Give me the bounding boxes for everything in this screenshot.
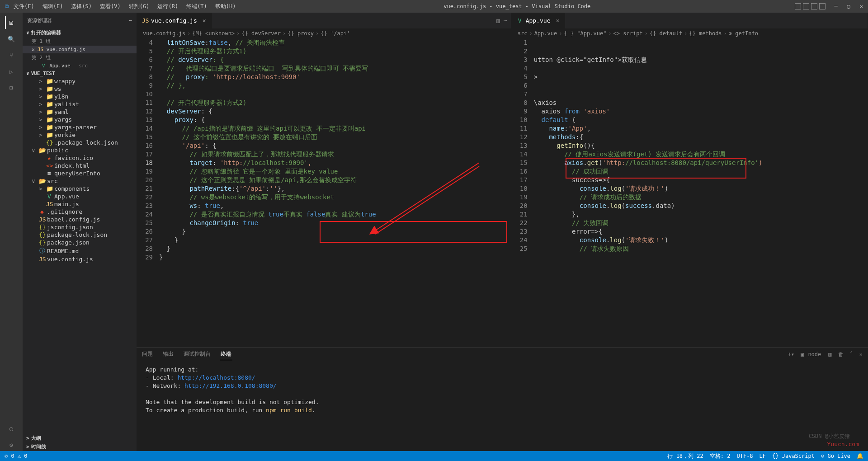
window-controls: ─ ▢ ✕ — [833, 3, 864, 9]
group-2: 第 2 组 — [23, 53, 137, 62]
menu-help[interactable]: 帮助(H) — [212, 2, 240, 11]
status-notifications[interactable]: 🔔 — [857, 453, 863, 459]
tree-item[interactable]: {}.package-lock.json — [23, 139, 137, 146]
menu-file[interactable]: 文件(F) — [10, 2, 38, 11]
sidebar-title: 资源管理器 — [27, 17, 52, 24]
tree-item[interactable]: >📁ws — [23, 85, 137, 93]
tab-app-vue[interactable]: VApp.vue✕ — [511, 13, 566, 28]
panel-tab-problems[interactable]: 问题 — [141, 348, 154, 360]
trash-icon[interactable]: 🗑 — [837, 349, 844, 359]
menu-edit[interactable]: 编辑(E) — [39, 2, 67, 11]
close-icon[interactable]: ✕ — [556, 17, 560, 24]
tree-item[interactable]: >📁y18n — [23, 93, 137, 100]
status-spaces[interactable]: 空格: 2 — [710, 452, 731, 460]
tree-item[interactable]: ∨📂src — [23, 177, 137, 185]
menu-goto[interactable]: 转到(G) — [125, 2, 153, 11]
menu-run[interactable]: 运行(R) — [154, 2, 182, 11]
tree-item[interactable]: ★favicon.ico — [23, 154, 137, 162]
tree-item[interactable]: >📁yaml — [23, 108, 137, 116]
breadcrumb-2[interactable]: src›App.vue›{ } "App.vue"›<> script›{} d… — [511, 28, 868, 38]
title-bar: ⧉ 文件(F) 编辑(E) 选择(S) 查看(V) 转到(G) 运行(R) 终端… — [0, 0, 868, 13]
tree-item[interactable]: {}package.json — [23, 239, 137, 246]
tree-item[interactable]: {}jsconfig.json — [23, 223, 137, 231]
status-encoding[interactable]: UTF-8 — [736, 453, 753, 459]
extensions-icon[interactable]: ⊞ — [5, 81, 18, 94]
close-icon[interactable]: ✕ — [858, 3, 864, 9]
layout-icon[interactable] — [811, 3, 817, 9]
watermark: Yuucn.com — [827, 441, 859, 447]
status-language[interactable]: {} JavaScript — [772, 453, 815, 459]
terminal-output[interactable]: App running at:- Local: http://localhost… — [137, 361, 868, 451]
open-editors-header[interactable]: ∨ 打开的编辑器 — [23, 28, 137, 37]
close-panel-icon[interactable]: ✕ — [859, 349, 863, 359]
split-icon[interactable]: ▥ — [496, 17, 500, 24]
tree-item[interactable]: JSbabel.config.js — [23, 216, 137, 223]
tree-item[interactable]: JSmain.js — [23, 200, 137, 208]
code-area-1[interactable]: lintOnSave:false, // 关闭语法检查 // 开启代理服务器(方… — [159, 38, 493, 347]
vscode-icon: ⧉ — [4, 3, 10, 9]
group-1: 第 1 组 — [23, 37, 137, 46]
more-icon[interactable]: ⋯ — [129, 18, 132, 24]
minimize-icon[interactable]: ─ — [833, 3, 839, 9]
tree-item[interactable]: >📁yorkie — [23, 131, 137, 139]
panel-tab-debug[interactable]: 调试控制台 — [183, 348, 212, 360]
new-terminal-icon[interactable]: +▾ — [787, 349, 795, 359]
editor-group-1: JSvue.config.js✕ ▥⋯ vue.config.js›{M} <u… — [137, 13, 511, 347]
tree-item[interactable]: >📁wrappy — [23, 77, 137, 85]
tree-item[interactable]: ∨📂public — [23, 146, 137, 154]
minimap[interactable] — [493, 38, 511, 347]
menu-terminal[interactable]: 终端(T) — [183, 2, 211, 11]
tree-item[interactable]: >📁yargs-parser — [23, 123, 137, 131]
outline-header[interactable]: > 大纲 — [23, 434, 137, 442]
tree-item[interactable]: >📁yallist — [23, 100, 137, 108]
panel-tab-terminal[interactable]: 终端 — [220, 348, 232, 360]
layout-icon[interactable] — [803, 3, 809, 9]
gear-icon[interactable]: ⚙ — [5, 438, 18, 451]
layout-icon[interactable] — [819, 3, 826, 9]
open-file-2[interactable]: VApp.vue src — [23, 62, 137, 70]
menu-select[interactable]: 选择(S) — [67, 2, 95, 11]
status-golive[interactable]: ⊘ Go Live — [821, 453, 850, 459]
tree-item[interactable]: ◆.gitignore — [23, 208, 137, 216]
code-area-2[interactable]: utton @click="getInfo">获取信息 > \axios axi… — [534, 38, 849, 347]
search-icon[interactable]: 🔍 — [5, 33, 18, 45]
tree-item[interactable]: ≡queryUserInfo — [23, 169, 137, 177]
project-header[interactable]: ∨ VUE_TEST — [23, 70, 137, 77]
tree-item[interactable]: VApp.vue — [23, 193, 137, 200]
editor-group-2: VApp.vue✕ src›App.vue›{ } "App.vue"›<> s… — [511, 13, 868, 347]
status-eol[interactable]: LF — [760, 453, 766, 459]
breadcrumb-1[interactable]: vue.config.js›{M} <unknown>›{} devServer… — [137, 28, 511, 38]
panel: 问题 输出 调试控制台 终端 +▾ ▣ node ▥ 🗑 ˆ ✕ App run… — [137, 347, 868, 451]
timeline-header[interactable]: > 时间线 — [23, 442, 137, 451]
chevron-up-icon[interactable]: ˆ — [849, 349, 854, 359]
layout-icon[interactable] — [795, 3, 801, 9]
tree-item[interactable]: >📁components — [23, 185, 137, 193]
tab-vue-config[interactable]: JSvue.config.js✕ — [137, 13, 212, 28]
tree-item[interactable]: ⓘREADME.md — [23, 246, 137, 255]
debug-icon[interactable]: ▷ — [5, 65, 18, 78]
panel-tab-output[interactable]: 输出 — [162, 348, 175, 360]
open-file-1[interactable]: ✕ JSvue.config.js — [23, 46, 137, 53]
maximize-icon[interactable]: ▢ — [845, 3, 852, 9]
account-icon[interactable]: ◯ — [5, 422, 18, 435]
editor-area: JSvue.config.js✕ ▥⋯ vue.config.js›{M} <u… — [137, 13, 868, 451]
tree-item[interactable]: >📁yargs — [23, 116, 137, 123]
minimap[interactable] — [849, 38, 868, 347]
status-cursor[interactable]: 行 18，列 22 — [667, 452, 703, 460]
explorer-icon[interactable]: 🗎 — [5, 16, 18, 29]
tree-item[interactable]: {}package-lock.json — [23, 231, 137, 239]
terminal-shell[interactable]: ▣ node — [800, 349, 823, 359]
status-errors[interactable]: ⊘ 0 ⚠ 0 — [5, 453, 28, 459]
menu-view[interactable]: 查看(V) — [96, 2, 124, 11]
csdn-watermark: CSDN @小艺皮猪 — [809, 433, 850, 440]
window-title: vue.config.js - vue_test - Visual Studio… — [240, 3, 795, 9]
close-icon[interactable]: ✕ — [203, 17, 206, 24]
more-icon[interactable]: ⋯ — [504, 17, 507, 24]
status-bar: ⊘ 0 ⚠ 0 行 18，列 22 空格: 2 UTF-8 LF {} Java… — [0, 451, 868, 461]
sidebar: 资源管理器 ⋯ ∨ 打开的编辑器 第 1 组 ✕ JSvue.config.js… — [23, 13, 137, 451]
split-terminal-icon[interactable]: ▥ — [827, 349, 832, 359]
scm-icon[interactable]: ⑂ — [5, 49, 18, 61]
tree-item[interactable]: JSvue.config.js — [23, 255, 137, 263]
tabs-1: JSvue.config.js✕ ▥⋯ — [137, 13, 511, 28]
tree-item[interactable]: <>index.html — [23, 162, 137, 169]
